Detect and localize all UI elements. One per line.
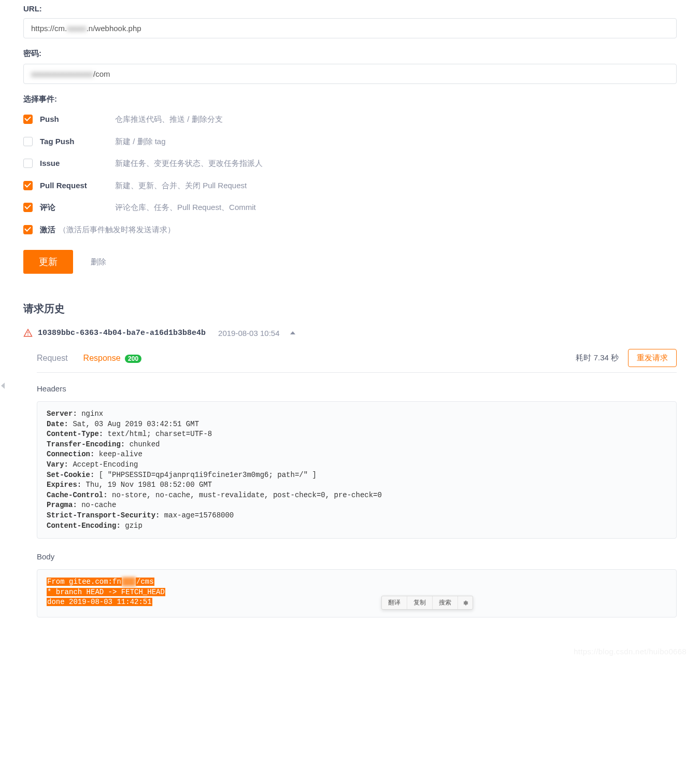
tab-request[interactable]: Request bbox=[37, 354, 68, 363]
activate-label: 激活 bbox=[40, 224, 55, 236]
event-desc: 评论仓库、任务、Pull Request、Commit bbox=[115, 202, 256, 214]
ctx-search[interactable]: 搜索 bbox=[433, 596, 458, 609]
body-l1b: /cms bbox=[136, 578, 154, 586]
event-name: Pull Request bbox=[40, 180, 115, 192]
body-l3: done 2019-08-03 11:42:51 bbox=[47, 598, 152, 606]
activate-row: 激活 （激活后事件触发时将发送请求） bbox=[23, 224, 677, 236]
tab-response-label: Response bbox=[83, 354, 121, 362]
elapsed-time: 耗时 7.34 秒 bbox=[576, 353, 619, 363]
response-headers: Server: nginx Date: Sat, 03 Aug 2019 03:… bbox=[37, 401, 677, 539]
password-field-block: 密码: xxxxxxxxxxxxxxxx/com bbox=[23, 49, 677, 84]
events-title: 选择事件: bbox=[23, 94, 677, 104]
checkbox-issue[interactable] bbox=[23, 159, 33, 168]
password-label: 密码: bbox=[23, 49, 677, 59]
event-row-push: Push 仓库推送代码、推送 / 删除分支 bbox=[23, 114, 677, 125]
gear-icon bbox=[462, 600, 468, 606]
event-row-issue: Issue 新建任务、变更任务状态、更改任务指派人 bbox=[23, 158, 677, 170]
event-name: Tag Push bbox=[40, 136, 115, 148]
event-desc: 仓库推送代码、推送 / 删除分支 bbox=[115, 114, 223, 125]
url-input[interactable]: https://cm.xxxxx.n/webhook.php bbox=[23, 18, 677, 38]
status-badge: 200 bbox=[125, 355, 141, 363]
checkbox-comment[interactable] bbox=[23, 203, 33, 212]
body-l1-obscured: xxx bbox=[122, 578, 136, 586]
history-title: 请求历史 bbox=[23, 302, 677, 316]
event-desc: 新建任务、变更任务状态、更改任务指派人 bbox=[115, 158, 263, 170]
collapse-caret-icon[interactable] bbox=[0, 381, 5, 391]
url-value-pre: https://cm. bbox=[31, 24, 67, 33]
ctx-copy[interactable]: 复制 bbox=[407, 596, 433, 609]
password-value-post: /com bbox=[93, 69, 110, 78]
warning-triangle-icon bbox=[23, 328, 33, 338]
context-toolbar: 翻译 复制 搜索 bbox=[381, 596, 473, 610]
resend-button[interactable]: 重发请求 bbox=[628, 349, 677, 367]
watermark: https://blog.csdn.net/huibo0668 bbox=[574, 647, 687, 656]
activate-hint: （激活后事件触发时将发送请求） bbox=[59, 224, 175, 236]
history-section: 请求历史 10389bbc-6363-4b04-ba7e-a16d1b3b8e4… bbox=[23, 302, 677, 617]
url-value-post: .n/webhook.php bbox=[87, 24, 141, 33]
headers-label: Headers bbox=[37, 384, 677, 393]
caret-up-icon bbox=[290, 331, 295, 334]
delete-button[interactable]: 删除 bbox=[91, 257, 106, 267]
request-time: 2019-08-03 10:54 bbox=[218, 329, 279, 338]
update-button[interactable]: 更新 bbox=[23, 250, 73, 274]
password-input[interactable]: xxxxxxxxxxxxxxxx/com bbox=[23, 64, 677, 84]
event-desc: 新建 / 删除 tag bbox=[115, 136, 166, 148]
body-l1a: From gitee.com:fn bbox=[47, 578, 122, 586]
tab-response[interactable]: Response 200 bbox=[83, 354, 142, 363]
body-label: Body bbox=[37, 552, 677, 561]
event-name: 评论 bbox=[40, 202, 115, 214]
url-value-obscured: xxxxx bbox=[67, 24, 87, 33]
response-body: From gitee.com:fnxxx/cms * branch HEAD -… bbox=[37, 569, 677, 617]
url-field-block: URL: https://cm.xxxxx.n/webhook.php bbox=[23, 4, 677, 38]
ctx-translate[interactable]: 翻译 bbox=[382, 596, 407, 609]
event-name: Issue bbox=[40, 158, 115, 170]
event-name: Push bbox=[40, 114, 115, 125]
checkbox-push[interactable] bbox=[23, 115, 33, 124]
events-block: 选择事件: Push 仓库推送代码、推送 / 删除分支 Tag Push 新建 … bbox=[23, 94, 677, 274]
checkbox-activate[interactable] bbox=[23, 225, 33, 234]
checkbox-pull-request[interactable] bbox=[23, 181, 33, 190]
request-id: 10389bbc-6363-4b04-ba7e-a16d1b3b8e4b bbox=[38, 329, 206, 338]
event-row-tag-push: Tag Push 新建 / 删除 tag bbox=[23, 136, 677, 148]
body-l2: * branch HEAD -> FETCH_HEAD bbox=[47, 588, 165, 596]
svg-point-1 bbox=[27, 334, 28, 335]
event-desc: 新建、更新、合并、关闭 Pull Request bbox=[115, 180, 247, 192]
ctx-settings[interactable] bbox=[458, 596, 473, 609]
event-row-comment: 评论 评论仓库、任务、Pull Request、Commit bbox=[23, 202, 677, 214]
event-row-pull-request: Pull Request 新建、更新、合并、关闭 Pull Request bbox=[23, 180, 677, 192]
url-label: URL: bbox=[23, 4, 677, 13]
history-item-header[interactable]: 10389bbc-6363-4b04-ba7e-a16d1b3b8e4b 201… bbox=[23, 328, 677, 338]
password-value-obscured: xxxxxxxxxxxxxxxx bbox=[31, 69, 93, 78]
checkbox-tag-push[interactable] bbox=[23, 137, 33, 146]
